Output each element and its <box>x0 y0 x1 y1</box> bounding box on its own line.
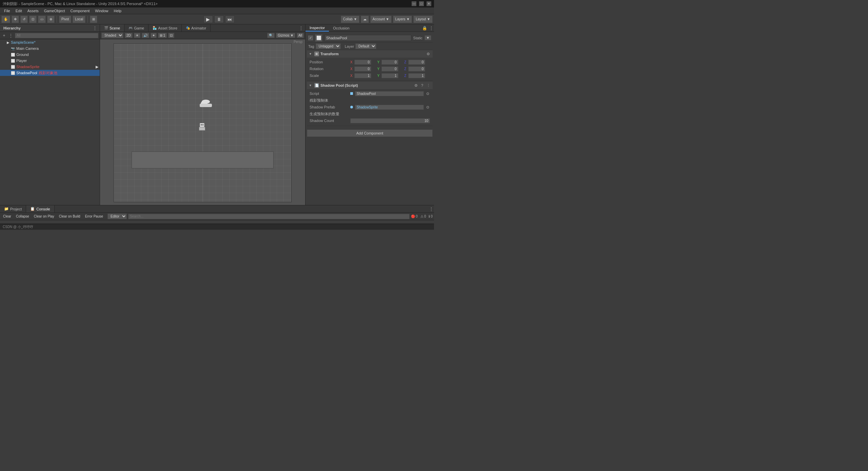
shadow-prefab-pick-btn[interactable]: ⊙ <box>425 105 430 109</box>
scene-canvas[interactable]: Persp <box>100 39 305 205</box>
hierarchy-tab[interactable]: Hierarchy <box>2 26 22 30</box>
transform-tool[interactable]: ⊕ <box>47 16 55 23</box>
menu-assets[interactable]: Assets <box>25 7 41 14</box>
local-button[interactable]: Local <box>73 16 85 23</box>
hierarchy-filter-button[interactable]: ⋮ <box>8 33 14 38</box>
snap-button[interactable]: ⊞ <box>90 16 97 23</box>
rotate-tool[interactable]: ↺ <box>20 16 28 23</box>
all-button[interactable]: All <box>297 33 304 38</box>
rotation-x-input[interactable] <box>354 66 371 71</box>
layout-button[interactable]: Layout ▼ <box>413 16 433 23</box>
hierarchy-item-shadowpool[interactable]: ⬜ ShadowPool 残影对象池 <box>0 70 100 76</box>
bottom-panel-menu-btn[interactable]: ⋮ <box>429 206 434 212</box>
rotation-y-input[interactable] <box>381 66 398 71</box>
lighting-button[interactable]: ☀ <box>134 33 140 38</box>
gizmos-button[interactable]: Gizmos ▼ <box>276 33 295 38</box>
inspector-menu-icon[interactable]: ⋮ <box>429 25 434 31</box>
bottom-tabs: 📁 Project 📋 Console ⋮ <box>0 205 434 213</box>
rect-tool[interactable]: ▭ <box>38 16 46 23</box>
error-pause-button[interactable]: Error Pause <box>83 214 105 219</box>
static-dropdown-button[interactable]: ▼ <box>425 35 431 40</box>
search-button[interactable]: 🔍 <box>267 33 275 38</box>
collapse-button[interactable]: Collapse <box>14 214 31 219</box>
rotation-value: X Y Z <box>350 66 430 71</box>
shadow-count-input[interactable] <box>350 118 430 123</box>
hand-tool[interactable]: ✋ <box>1 16 10 23</box>
transform-body: Position X Y Z <box>307 58 433 81</box>
object-icon-selector[interactable]: ⬜ <box>315 34 322 42</box>
pivot-button[interactable]: Pivot <box>59 16 71 23</box>
transform-settings-icon[interactable]: ⚙ <box>426 52 431 56</box>
animator-tab[interactable]: 🎭 Animator <box>182 24 211 32</box>
shading-select[interactable]: Shaded <box>101 33 123 38</box>
maincamera-label: Main Camera <box>16 46 39 50</box>
rotation-z-input[interactable] <box>408 66 425 71</box>
scale-z-input[interactable] <box>408 73 425 78</box>
minimize-button[interactable]: — <box>412 1 416 6</box>
layers-button[interactable]: Layers ▼ <box>393 16 412 23</box>
object-active-checkbox[interactable]: ✓ <box>308 36 313 40</box>
occlusion-tab[interactable]: Occlusion <box>329 24 353 32</box>
editor-dropdown[interactable]: Editor <box>107 213 127 219</box>
tag-select[interactable]: Untagged <box>316 43 341 49</box>
inspector-tab[interactable]: Inspector <box>305 24 329 32</box>
console-tab[interactable]: 📋 Console <box>26 205 54 212</box>
hierarchy-add-button[interactable]: + <box>1 33 7 38</box>
position-y-input[interactable] <box>381 60 398 65</box>
script-ref-pick-btn[interactable]: ⊙ <box>425 91 430 96</box>
object-name-field[interactable] <box>324 35 411 41</box>
scale-tool[interactable]: ⊡ <box>29 16 37 23</box>
vfx-button[interactable]: ✦ <box>151 33 157 38</box>
script-menu-icon[interactable]: ⋮ <box>426 83 431 88</box>
clear-on-play-button[interactable]: Clear on Play <box>32 214 56 219</box>
scale-x-input[interactable] <box>354 73 371 78</box>
game-tab[interactable]: 🎮 Game <box>124 24 149 32</box>
twod-button[interactable]: 2D <box>125 33 133 38</box>
project-tab[interactable]: 📁 Project <box>0 205 26 212</box>
inspector-lock-icon[interactable]: 🔒 <box>422 25 427 31</box>
pause-button[interactable]: ⏸ <box>214 16 224 23</box>
audio-button[interactable]: 🔊 <box>142 33 149 38</box>
scene-tab[interactable]: 🎬 Scene <box>100 24 124 32</box>
hierarchy-search-input[interactable] <box>15 33 98 38</box>
menu-edit[interactable]: Edit <box>13 7 25 14</box>
transform-header[interactable]: ▼ ⊕ Transform ⚙ <box>307 50 433 58</box>
hierarchy-item-maincamera[interactable]: 📷 Main Camera <box>0 45 100 52</box>
hierarchy-item-ground[interactable]: ⬜ Ground <box>0 52 100 58</box>
close-button[interactable]: ✕ <box>427 1 431 6</box>
cloud-button[interactable]: ☁ <box>361 16 369 23</box>
menu-gameobject[interactable]: GameObject <box>41 7 68 14</box>
inspector-panel-icons: 🔒 ⋮ <box>422 25 434 31</box>
scene-panel-menu-btn[interactable]: ⋮ <box>298 25 304 31</box>
grid-button[interactable]: ⊡ <box>168 33 174 38</box>
position-label: Position <box>310 60 350 64</box>
clear-on-build-button[interactable]: Clear on Build <box>57 214 82 219</box>
hierarchy-menu-icon[interactable]: ⋮ <box>92 25 98 31</box>
layer-select[interactable]: Default <box>355 43 376 49</box>
play-button[interactable]: ▶ <box>203 16 213 23</box>
position-x-input[interactable] <box>354 60 371 65</box>
move-tool[interactable]: ✥ <box>12 16 19 23</box>
shadow-pool-header[interactable]: ▼ 📄 Shadow Pool (Script) ⚙ ? ⋮ <box>307 82 433 89</box>
account-button[interactable]: Account ▼ <box>370 16 392 23</box>
scale-y-input[interactable] <box>381 73 398 78</box>
script-settings-icon[interactable]: ⚙ <box>414 83 418 88</box>
scene-fx-button[interactable]: ⊞ 1 <box>158 33 167 38</box>
clear-button[interactable]: Clear <box>1 214 13 219</box>
hierarchy-item-shadowsprite[interactable]: ⬜ ShadowSprite ▶ <box>0 64 100 70</box>
hierarchy-item-player[interactable]: ⬜ Player <box>0 58 100 64</box>
add-component-button[interactable]: Add Component <box>307 129 433 137</box>
position-z-input[interactable] <box>408 60 425 65</box>
animator-tab-label: Animator <box>191 26 206 30</box>
menu-help[interactable]: Help <box>111 7 124 14</box>
maximize-button[interactable]: □ <box>419 1 424 6</box>
menu-window[interactable]: Window <box>92 7 111 14</box>
collab-button[interactable]: Collab ▼ <box>341 16 359 23</box>
asset-store-tab[interactable]: 🏪 Asset Store <box>149 24 182 32</box>
step-button[interactable]: ⏭ <box>225 16 235 23</box>
menu-file[interactable]: File <box>1 7 13 14</box>
console-search-input[interactable] <box>128 214 410 219</box>
script-help-icon[interactable]: ? <box>420 83 425 88</box>
menu-component[interactable]: Component <box>67 7 92 14</box>
hierarchy-item-samplescene[interactable]: ▶ SampleScene* <box>0 39 100 45</box>
